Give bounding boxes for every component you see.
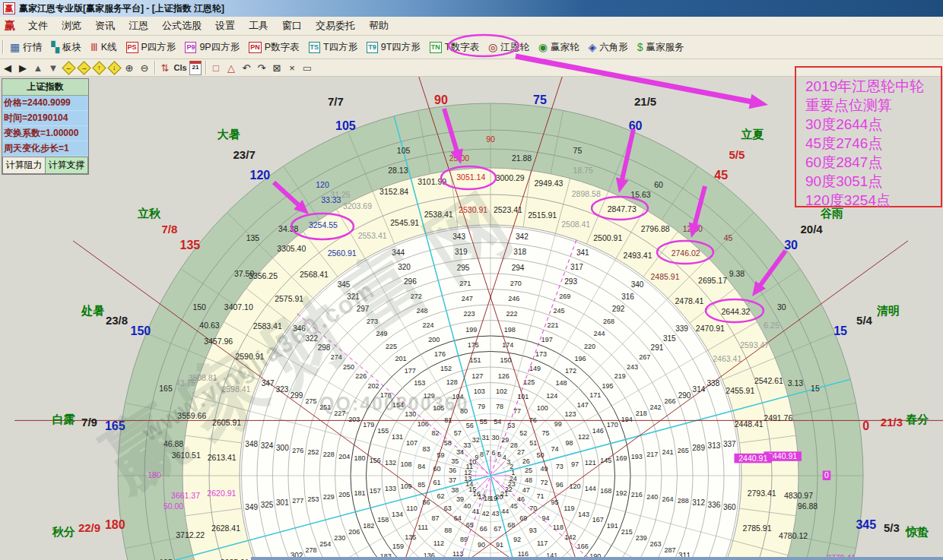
wheel-number: 175 xyxy=(468,341,479,349)
toolbar-button-hexagon[interactable]: ◈六角形 xyxy=(583,41,632,54)
outer-spiral-value: 2796.88 xyxy=(641,224,670,233)
menu-item-5[interactable]: 设置 xyxy=(208,17,242,34)
toolbar-button-market-quotes[interactable]: ▦行情 xyxy=(5,41,46,54)
toolbar-button-winner-wheel[interactable]: ◉赢家轮 xyxy=(534,41,584,54)
wheel-number: 167 xyxy=(592,516,604,524)
tool-cls-button[interactable]: Cls xyxy=(173,61,188,74)
degree-value: 0 xyxy=(824,470,829,479)
toolbar-button-p-number-table[interactable]: PNP数字表 xyxy=(244,41,303,54)
solar-term-label: 处暑 xyxy=(81,304,104,317)
wheel-number: 8 xyxy=(480,451,484,458)
calc-support-button[interactable]: 计算支撑 xyxy=(46,157,88,174)
wheel-number: 340 xyxy=(631,280,644,289)
date-label: 20/4 xyxy=(800,223,823,236)
menu-item-7[interactable]: 窗口 xyxy=(275,17,309,34)
wheel-number: 47 xyxy=(522,486,530,494)
draw-triangle-icon: △ xyxy=(227,62,235,74)
wheel-number: 97 xyxy=(571,460,579,468)
toolbar-button-t-square[interactable]: TST四方形 xyxy=(304,41,363,54)
wheel-number: 45 xyxy=(510,502,518,510)
wheel-number: 32 xyxy=(472,436,480,444)
tool-diamond-left[interactable]: ← xyxy=(61,61,76,74)
wheel-number: 107 xyxy=(406,439,418,447)
wheel-number: 26 xyxy=(522,457,530,465)
degree-value: 30 xyxy=(777,302,786,312)
outer-spiral-value: 3305.40 xyxy=(277,244,306,253)
tool-zoom-in[interactable]: ⊕ xyxy=(122,61,137,74)
toolbar-button-gann-wheel[interactable]: ◎江恩轮 xyxy=(484,41,534,54)
toolbar-button-kline[interactable]: ⅢK线 xyxy=(86,41,122,54)
inner-spiral-value: 2560.91 xyxy=(328,248,357,258)
tool-nav-right[interactable]: ▶ xyxy=(15,61,30,74)
tool-nav-down[interactable]: ▼ xyxy=(46,61,61,74)
wheel-number: 98 xyxy=(565,439,573,447)
inner-spiral-value: 2635.91 xyxy=(221,558,249,560)
wheel-number: 228 xyxy=(323,451,335,458)
tool-boxed-x[interactable]: ⊠ xyxy=(269,61,284,74)
inner-spiral-value: 2793.41 xyxy=(748,489,776,498)
wheel-number: 246 xyxy=(508,295,519,302)
tool-nav-up[interactable]: ▲ xyxy=(30,61,46,74)
inner-spiral-value: 2485.91 xyxy=(651,272,680,281)
wheel-number: 50 xyxy=(537,451,545,459)
wheel-number: 33 xyxy=(463,441,471,449)
menu-item-3[interactable]: 江恩 xyxy=(122,17,155,34)
percent-value: 21.88 xyxy=(512,153,532,163)
wheel-number: 62 xyxy=(437,492,444,500)
toolbar-button-t-number-table[interactable]: TNT数字表 xyxy=(425,41,484,54)
tool-draw-square[interactable]: □ xyxy=(208,61,224,74)
menu-item-9[interactable]: 帮助 xyxy=(362,17,395,34)
tool-zoom-out[interactable]: ⊖ xyxy=(137,61,152,74)
tn-badge-icon: TN xyxy=(430,42,442,53)
annotation-line-2: 30度2644点 xyxy=(805,115,941,134)
toolbar-button-p-square[interactable]: PSP四方形 xyxy=(122,41,181,54)
wheel-number: 179 xyxy=(363,421,374,429)
menu-item-4[interactable]: 公式选股 xyxy=(155,17,208,34)
wheel-number: 174 xyxy=(502,341,513,349)
diamond-left-icon: ← xyxy=(62,61,75,74)
wheel-number: 90 xyxy=(478,541,485,549)
wheel-number: 218 xyxy=(636,410,647,417)
toolbar-separator xyxy=(154,61,155,74)
wheel-number: 292 xyxy=(612,305,625,313)
panel-row-3: 周天变化步长=1 xyxy=(2,141,88,157)
wheel-number: 59 xyxy=(437,451,444,459)
calc-resistance-button[interactable]: 计算阻力 xyxy=(2,157,46,174)
tool-rotate-ccw[interactable]: ↶ xyxy=(239,61,254,74)
tool-rotate-cw[interactable]: ↷ xyxy=(254,61,269,74)
toolbar-button-winner-service[interactable]: $赢家服务 xyxy=(633,41,689,54)
app-window: { "title_bar": { "title": "赢家江恩专业版[赢家服务平… xyxy=(0,0,943,560)
inner-spiral-value: 2448.41 xyxy=(735,419,764,429)
title-bar[interactable]: 赢 赢家江恩专业版[赢家服务平台] - [上证指数 江恩轮] xyxy=(0,0,943,17)
menu-item-1[interactable]: 浏览 xyxy=(55,17,88,34)
angle-label: 0 xyxy=(862,419,869,432)
wheel-number: 203 xyxy=(348,416,360,423)
angle-label: 105 xyxy=(335,119,356,132)
wheel-number: 49 xyxy=(540,465,548,473)
candlestick-icon: Ⅲ xyxy=(90,42,98,52)
tool-diamond-right[interactable]: → xyxy=(76,61,91,74)
tool-select-tool[interactable]: ▭ xyxy=(300,61,315,74)
toolbar-button-9t-square[interactable]: T99T四方形 xyxy=(362,41,425,54)
inner-spiral-value: 2463.41 xyxy=(713,354,741,363)
wheel-number: 204 xyxy=(338,453,350,460)
toolbar-button-sectors[interactable]: ▚板块 xyxy=(46,41,86,54)
menu-item-8[interactable]: 交易委托 xyxy=(309,17,362,34)
tool-updown-marker[interactable]: ⇅ xyxy=(157,61,173,74)
tool-cross-tool[interactable]: × xyxy=(284,61,300,74)
wheel-number: 145 xyxy=(600,457,611,464)
toolbar-button-9p-square[interactable]: P99P四方形 xyxy=(180,41,244,54)
outer-spiral-value: 2491.76 xyxy=(764,413,792,422)
tool-nav-left[interactable]: ◀ xyxy=(0,61,15,74)
outer-spiral-value: 2949.43 xyxy=(534,179,563,188)
menu-item-2[interactable]: 资讯 xyxy=(88,17,122,34)
tool-diamond-down[interactable]: ↓ xyxy=(106,61,122,74)
menu-item-0[interactable]: 文件 xyxy=(21,17,55,34)
grid-icon: ▦ xyxy=(10,42,20,52)
tool-diamond-up[interactable]: ↑ xyxy=(91,61,106,74)
solar-term-label: 白露 xyxy=(52,413,75,426)
tool-calendar[interactable]: 21 xyxy=(188,61,203,74)
wheel-number: 206 xyxy=(348,528,360,536)
menu-item-6[interactable]: 工具 xyxy=(242,17,275,34)
tool-draw-triangle[interactable]: △ xyxy=(224,61,239,74)
